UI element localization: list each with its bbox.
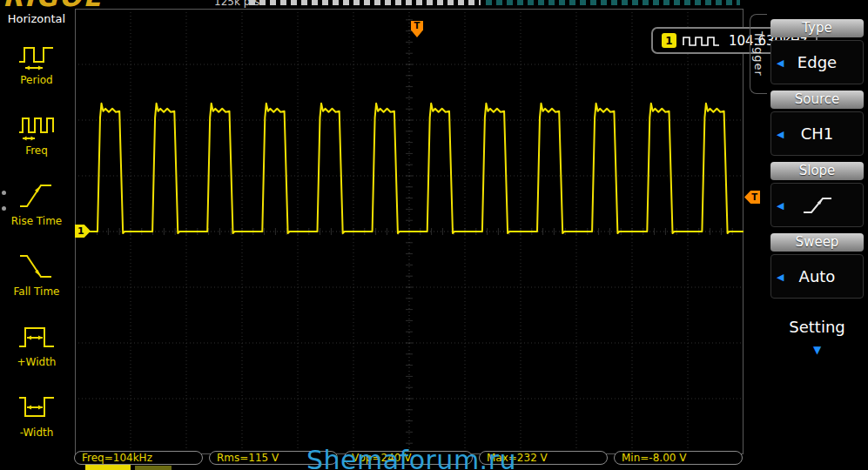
horizontal-menu: Horizontal Period Freq [0, 12, 73, 460]
trigger-level-label: T [751, 192, 757, 202]
menu-item-rise-time[interactable]: Rise Time [0, 178, 73, 248]
plus-width-icon [17, 319, 56, 355]
trigger-group-source: Source ◀ CH1 [770, 91, 864, 156]
oscilloscope-ui: RIGOL 125k pts Horizontal Period [0, 0, 868, 470]
trigger-position-label: T [414, 21, 421, 30]
left-arrow-icon: ◀ [777, 57, 784, 68]
channel1-marker-label: 1 [77, 225, 84, 237]
type-value: Edge [797, 53, 837, 71]
menu-item-label: -Width [20, 426, 54, 439]
waveform-svg [75, 9, 744, 454]
ch1-bottom-label [85, 465, 131, 470]
minus-width-icon [17, 389, 56, 426]
menu-item-plus-width[interactable]: +Width [0, 319, 73, 389]
trigger-tab: Trigger [750, 14, 767, 94]
trigger-level-marker: T [744, 191, 760, 204]
setting-button[interactable]: Setting ▼ [770, 306, 864, 367]
menu-header-source: Source [770, 91, 864, 109]
left-arrow-icon: ◀ [777, 271, 784, 282]
menu-item-freq[interactable]: Freq [0, 107, 73, 178]
memory-gauge-filled [249, 0, 481, 5]
menu-item-label: Freq [25, 144, 48, 157]
setting-label: Setting [789, 318, 844, 336]
source-value: CH1 [801, 124, 834, 143]
period-icon [17, 37, 56, 73]
menu-header-slope: Slope [770, 162, 864, 180]
menu-item-fall-time[interactable]: Fall Time [0, 248, 73, 319]
slope-button[interactable]: ◀ [770, 183, 864, 227]
menu-header-type: Type [770, 19, 864, 37]
trigger-group-slope: Slope ◀ [770, 162, 864, 227]
menu-item-label: +Width [17, 356, 57, 368]
source-ch1-button[interactable]: ◀ CH1 [770, 111, 864, 156]
left-arrow-icon: ◀ [777, 199, 784, 211]
counter-channel-badge: 1 [662, 33, 676, 48]
trigger-group-type: Type ◀ Edge [770, 19, 864, 84]
pulse-train-icon [683, 35, 723, 47]
sweep-value: Auto [799, 267, 836, 285]
type-edge-button[interactable]: ◀ Edge [770, 40, 864, 84]
menu-item-label: Rise Time [11, 215, 63, 227]
menu-item-label: Period [20, 74, 52, 86]
horizontal-menu-title: Horizontal [8, 12, 65, 37]
left-arrow-icon: ◀ [777, 128, 784, 139]
fall-time-icon [17, 248, 56, 285]
menu-item-period[interactable]: Period [0, 37, 73, 107]
measurement-freq: Freq=104kHz [74, 451, 203, 465]
rising-slope-icon [802, 195, 833, 216]
measurement-min: Min=-8.00 V [614, 451, 743, 465]
bottom-secondary-label [135, 466, 172, 470]
watermark: Shemaforum.ru [306, 445, 516, 470]
rise-time-icon [17, 178, 56, 214]
memory-gauge-empty [486, 0, 740, 5]
freq-icon [17, 107, 56, 144]
menu-header-sweep: Sweep [770, 233, 864, 252]
menu-item-label: Fall Time [13, 285, 59, 298]
waveform-display: 1 104.630kHz [75, 9, 744, 454]
trigger-group-sweep: Sweep ◀ Auto [770, 233, 864, 299]
trigger-menu: Type ◀ Edge Source ◀ CH1 Slope ◀ [766, 0, 868, 470]
down-arrow-icon: ▼ [813, 344, 821, 356]
menu-item-minus-width[interactable]: -Width [0, 389, 73, 460]
sweep-auto-button[interactable]: ◀ Auto [770, 254, 864, 299]
